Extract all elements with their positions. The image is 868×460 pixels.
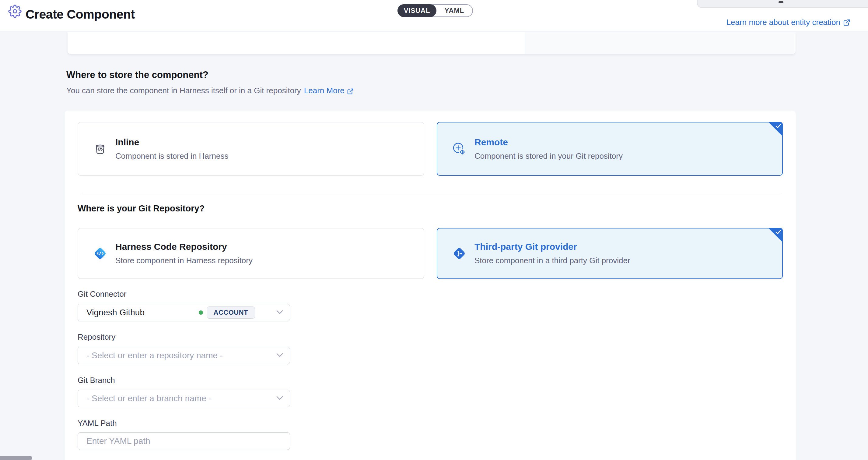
card-title: Inline xyxy=(115,137,228,147)
tab-yaml[interactable]: YAML xyxy=(436,5,472,17)
selected-check-corner xyxy=(768,228,783,242)
git-connector-value: Vignesh Github xyxy=(78,308,199,317)
git-branch-label: Git Branch xyxy=(78,376,115,385)
card-title: Third-party Git provider xyxy=(474,241,630,252)
external-link-icon xyxy=(347,87,354,94)
section-divider xyxy=(82,194,781,194)
content-sheet: Inline Component is stored in Harness Re… xyxy=(65,111,796,460)
card-description: Component is stored in Harness xyxy=(115,151,228,161)
git-provider-icon xyxy=(451,246,467,261)
git-connector-label: Git Connector xyxy=(78,289,126,299)
repository-placeholder: - Select or enter a repository name - xyxy=(78,351,276,361)
selected-check-corner xyxy=(768,122,783,137)
external-link-icon xyxy=(843,19,850,26)
scrolled-panel-bottom xyxy=(68,32,796,54)
page-header: Create Component VISUAL YAML Learn more … xyxy=(0,0,868,31)
git-branch-placeholder: - Select or enter a branch name - xyxy=(78,394,276,403)
option-card-remote[interactable]: Remote Component is stored in your Git r… xyxy=(437,122,783,176)
storage-section-heading: Where to store the component? xyxy=(66,69,209,80)
card-description: Store component in a third party Git pro… xyxy=(474,256,630,265)
popover-handle xyxy=(778,1,783,3)
git-repo-section-heading: Where is your Git Repository? xyxy=(78,203,205,213)
card-title: Harness Code Repository xyxy=(115,241,253,252)
option-card-harness-code[interactable]: Harness Code Repository Store component … xyxy=(78,228,424,279)
check-icon xyxy=(775,230,781,235)
yaml-path-label: YAML Path xyxy=(78,419,117,428)
gear-icon xyxy=(8,5,22,18)
git-connector-select[interactable]: Vignesh Github ACCOUNT xyxy=(78,304,290,321)
learn-more-entity-label: Learn more about entity creation xyxy=(726,18,840,27)
visual-yaml-toggle: VISUAL YAML xyxy=(398,4,473,17)
chevron-down-icon xyxy=(276,396,283,401)
repository-label: Repository xyxy=(78,333,115,342)
card-title: Remote xyxy=(474,137,623,147)
tab-visual[interactable]: VISUAL xyxy=(398,4,436,17)
yaml-path-input[interactable] xyxy=(78,432,290,450)
learn-more-link[interactable]: Learn More xyxy=(304,86,354,95)
popover-remnant xyxy=(697,0,868,8)
option-card-inline[interactable]: Inline Component is stored in Harness xyxy=(78,122,424,176)
repository-select[interactable]: - Select or enter a repository name - xyxy=(78,347,290,364)
option-card-third-party[interactable]: Third-party Git provider Store component… xyxy=(437,228,783,279)
storage-subtitle-text: You can store the component in Harness i… xyxy=(66,86,301,95)
inline-storage-icon xyxy=(92,141,108,157)
scrolled-panel-side xyxy=(525,32,796,54)
check-icon xyxy=(775,124,781,128)
chevron-down-icon xyxy=(276,310,283,315)
page-title: Create Component xyxy=(26,7,135,22)
learn-more-entity-link[interactable]: Learn more about entity creation xyxy=(726,18,850,27)
git-branch-select[interactable]: - Select or enter a branch name - xyxy=(78,390,290,407)
connectivity-status-dot xyxy=(199,310,203,315)
storage-section-subtitle: You can store the component in Harness i… xyxy=(66,86,354,95)
horizontal-scrollbar-thumb[interactable] xyxy=(0,456,32,460)
card-description: Component is stored in your Git reposito… xyxy=(474,151,623,161)
chevron-down-icon xyxy=(276,353,283,358)
remote-storage-icon xyxy=(451,141,467,157)
scope-badge: ACCOUNT xyxy=(207,307,255,319)
harness-code-icon xyxy=(92,246,108,261)
card-description: Store component in Harness repository xyxy=(115,256,253,265)
